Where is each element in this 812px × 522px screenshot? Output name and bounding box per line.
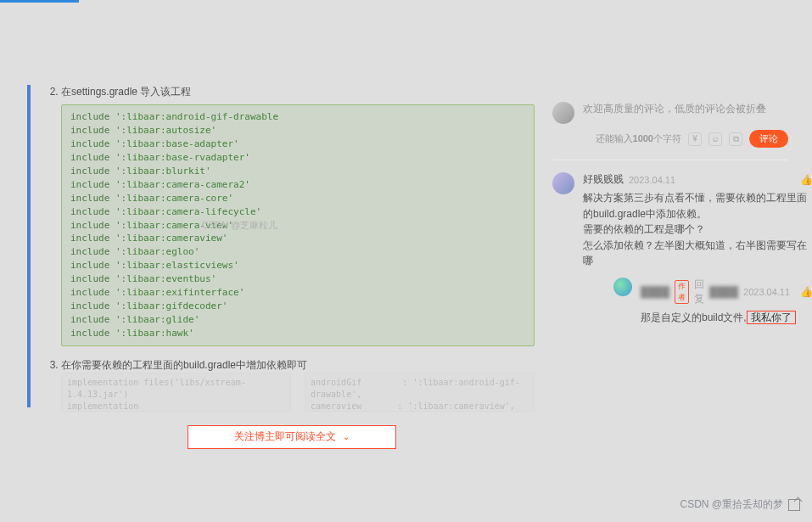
- comment-composer: 欢迎高质量的评论，低质的评论会被折叠 还能输入1000个字符 ¥ ☺ ⧉ 评论: [552, 102, 788, 148]
- reply-action: 回复: [694, 278, 704, 306]
- reply-item: ████ 作者 回复 ████ 2023.04.11 👍 那是自定义的build…: [583, 278, 812, 326]
- highlighted-phrase: 我私你了: [747, 311, 796, 324]
- reply-target[interactable]: ████: [709, 286, 738, 298]
- step-3: 在你需要依赖的工程里面的build.gradle中增加依赖即可 implemen…: [61, 358, 535, 412]
- reply-text: 那是自定义的build文件,我私你了: [641, 310, 812, 326]
- expand-full-text-button[interactable]: 关注博主即可阅读全文 ⌄: [188, 425, 396, 449]
- faded-right: androidGif : ':libaar:android-gif-drawab…: [305, 373, 535, 412]
- image-icon[interactable]: ⧉: [729, 132, 742, 146]
- comment-toolbar: 还能输入1000个字符 ¥ ☺ ⧉ 评论: [583, 130, 788, 148]
- article-panel: 在settings.gradle 导入该工程 include ':libaar:…: [27, 85, 535, 407]
- comment-text: 解决方案第三步有点看不懂，需要依赖的工程里面的build.gradle中添加依赖…: [583, 190, 812, 269]
- expand-label: 关注博主即可阅读全文: [234, 429, 336, 444]
- reply-author[interactable]: ████: [641, 286, 669, 298]
- emoji-icon[interactable]: ☺: [708, 132, 722, 146]
- step-2-title: 在settings.gradle 导入该工程: [61, 86, 191, 98]
- divider: [552, 160, 788, 160]
- like-icon[interactable]: 👍: [800, 174, 812, 186]
- publish-button[interactable]: 评论: [749, 130, 788, 148]
- commenter-name[interactable]: 好贱贱贱: [583, 172, 624, 187]
- reply-date: 2023.04.11: [743, 287, 790, 297]
- comment-date: 2023.04.11: [629, 175, 675, 185]
- code-block-settings-gradle: include ':libaar:android-gif-drawableinc…: [61, 104, 535, 346]
- char-counter: 还能输入1000个字符: [596, 132, 681, 145]
- step-2: 在settings.gradle 导入该工程 include ':libaar:…: [61, 85, 535, 346]
- author-badge: 作者: [675, 280, 689, 304]
- avatar: [552, 102, 574, 124]
- like-icon[interactable]: 👍: [800, 286, 812, 298]
- comment-item: 好贱贱贱 2023.04.11 👍 解决方案第三步有点看不懂，需要依赖的工程里面…: [552, 172, 788, 326]
- step-3-title: 在你需要依赖的工程里面的build.gradle中增加依赖即可: [61, 359, 307, 371]
- page-progress: [0, 0, 79, 3]
- code-icon[interactable]: ¥: [688, 132, 702, 146]
- comment-input[interactable]: 欢迎高质量的评论，低质的评论会被折叠: [583, 102, 788, 116]
- comments-panel: 欢迎高质量的评论，低质的评论会被折叠 还能输入1000个字符 ¥ ☺ ⧉ 评论 …: [552, 102, 788, 326]
- external-link-icon: [788, 499, 800, 511]
- page-watermark: CSDN @重拾丢却的梦: [680, 497, 800, 512]
- faded-left: implementation files('libs/xstream-1.4.1…: [61, 373, 291, 412]
- avatar: [552, 172, 574, 194]
- faded-code-preview: implementation files('libs/xstream-1.4.1…: [61, 373, 535, 412]
- chevron-down-icon: ⌄: [343, 432, 350, 441]
- avatar: [613, 278, 632, 296]
